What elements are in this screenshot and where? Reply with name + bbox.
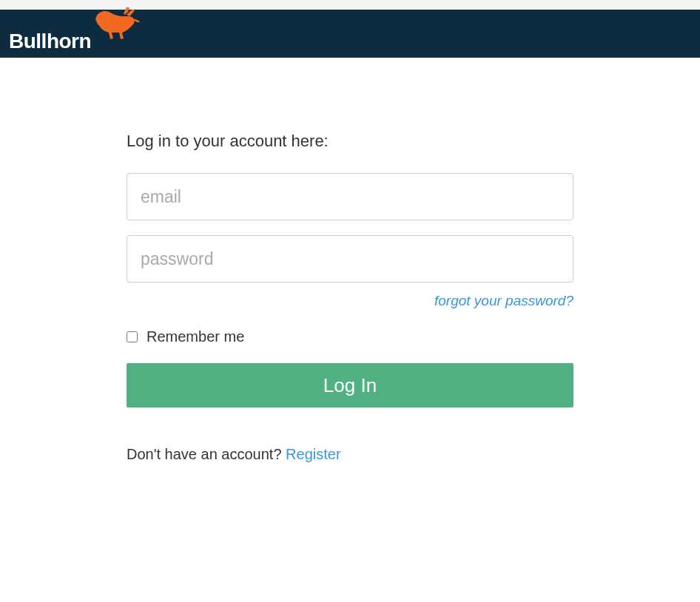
brand-logo: Bullhorn <box>9 15 141 53</box>
login-form-container: Log in to your account here: forgot your… <box>127 58 573 463</box>
register-prompt-text: Don't have an account? <box>127 446 286 462</box>
register-prompt-row: Don't have an account? Register <box>127 446 573 463</box>
form-heading: Log in to your account here: <box>127 132 573 151</box>
forgot-password-link[interactable]: forgot your password? <box>434 293 573 308</box>
bull-icon <box>90 6 141 44</box>
login-button[interactable]: Log In <box>127 363 573 407</box>
brand-name: Bullhorn <box>9 30 91 53</box>
app-header: Bullhorn <box>0 10 700 58</box>
password-input[interactable] <box>127 235 573 283</box>
remember-me-label: Remember me <box>147 328 244 345</box>
email-input[interactable] <box>127 173 573 220</box>
register-link[interactable]: Register <box>286 446 340 462</box>
remember-me-checkbox[interactable] <box>127 331 138 342</box>
